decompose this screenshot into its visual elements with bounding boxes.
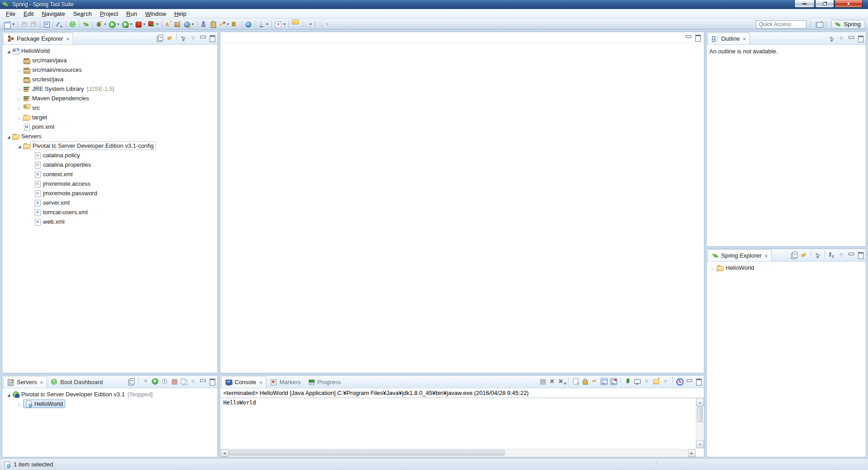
expander-icon[interactable] (5, 47, 12, 54)
tab-spring-explorer[interactable]: Spring Explorer × (708, 249, 772, 261)
task-list-button[interactable] (42, 19, 51, 29)
menu-file[interactable]: File (2, 9, 19, 18)
stop-server-icon[interactable] (170, 378, 178, 385)
toggle-mark-occurrences-button[interactable] (55, 19, 64, 29)
menu-help[interactable]: Help (170, 9, 190, 18)
coverage-button[interactable]: +▼ (121, 19, 134, 29)
window-close-button[interactable]: x (835, 0, 863, 8)
tree-item-src-main-resources[interactable]: src/main/resources (2, 65, 217, 75)
minimize-view-icon[interactable] (199, 34, 206, 42)
collapse-all-icon[interactable] (156, 34, 164, 42)
view-menu-icon[interactable] (828, 35, 835, 42)
word-wrap-icon[interactable] (591, 378, 598, 385)
expander-icon[interactable] (16, 104, 23, 111)
menu-navigate[interactable]: Navigate (38, 9, 69, 18)
start-profiling-icon[interactable] (161, 378, 168, 385)
console-horizontal-scrollbar[interactable]: ◀ ▶ (221, 449, 696, 456)
start-server-icon[interactable] (151, 378, 159, 385)
expander-icon[interactable] (5, 133, 12, 140)
tree-item-spring-helloworld[interactable]: HelloWorld (707, 263, 866, 273)
link-with-editor-icon[interactable] (800, 251, 807, 258)
open-console-icon[interactable] (652, 378, 660, 385)
show-stderr-toggle[interactable] (610, 378, 617, 385)
stop-button[interactable]: ▼ (134, 19, 147, 29)
debug-button[interactable]: ▼ (94, 19, 108, 29)
save-all-button[interactable] (29, 19, 38, 29)
tree-item-catalina-policy[interactable]: catalina.policy (2, 150, 217, 160)
tree-item-server-xml[interactable]: server.xml (2, 198, 217, 207)
maximize-view-icon[interactable] (857, 251, 864, 258)
clipboard-button[interactable] (208, 19, 217, 29)
tree-item-jmxremote-password[interactable]: jmxremote.password (2, 188, 217, 198)
relaunch-button[interactable]: ▼ (147, 19, 160, 29)
chevron-down-icon[interactable] (643, 378, 650, 385)
expander-icon[interactable] (16, 66, 23, 73)
tree-item-jre-system-library[interactable]: JRE System Library [J2SE-1.5] (2, 84, 217, 94)
close-tab-icon[interactable]: × (259, 380, 262, 385)
menu-project[interactable]: Project (96, 9, 122, 18)
open-web-browser-button[interactable] (244, 19, 253, 29)
chevron-down-icon[interactable] (838, 251, 845, 258)
scrollbar-thumb[interactable] (697, 407, 703, 422)
sort-alphabetically-icon[interactable]: ↓z (828, 251, 835, 258)
minimize-view-icon[interactable] (847, 35, 854, 42)
scroll-left-icon[interactable]: ◀ (221, 449, 228, 457)
minimize-view-icon[interactable] (199, 378, 206, 385)
show-stdout-toggle[interactable] (600, 378, 608, 385)
tab-package-explorer[interactable]: Package Explorer × (3, 33, 73, 44)
remove-all-terminated-icon[interactable] (558, 378, 565, 385)
tree-item-jmxremote-access[interactable]: jmxremote.access (2, 179, 217, 188)
scroll-down-icon[interactable]: ▼ (696, 441, 704, 448)
window-minimize-button[interactable] (794, 0, 815, 8)
format-button[interactable]: ▼ (217, 19, 231, 29)
tab-progress[interactable]: Progress (304, 376, 344, 388)
close-tab-icon[interactable]: × (40, 380, 43, 385)
menu-edit[interactable]: Edit (19, 9, 38, 18)
new-folder-button[interactable] (291, 19, 300, 29)
tree-item-context-xml[interactable]: context.xml (2, 169, 217, 179)
scrollbar-thumb[interactable] (229, 450, 505, 456)
back-button[interactable]: ←▼ (300, 19, 313, 29)
expander-icon[interactable] (16, 85, 23, 92)
new-wizard-button[interactable]: ▼ (3, 19, 16, 29)
tab-servers[interactable]: Servers × (3, 376, 47, 388)
new-java-type-button[interactable] (164, 19, 173, 29)
remove-launch-icon[interactable] (548, 378, 556, 385)
expander-icon[interactable] (5, 391, 12, 398)
maximize-view-icon[interactable] (694, 34, 701, 41)
expander-icon[interactable] (16, 142, 23, 149)
close-tab-icon[interactable]: × (66, 36, 69, 42)
tree-item-src-test-java[interactable]: src/test/java (2, 75, 217, 84)
import-archive-button[interactable] (231, 19, 240, 29)
tree-item-src-main-java[interactable]: src/main/java (2, 56, 217, 65)
tree-item-web-xml[interactable]: web.xml (2, 217, 217, 226)
tree-item-maven-dependencies[interactable]: Maven Dependencies (2, 94, 217, 103)
window-restore-button[interactable] (815, 0, 834, 8)
view-menu-icon[interactable] (814, 251, 821, 258)
chevron-down-icon[interactable] (189, 34, 197, 42)
console-vertical-scrollbar[interactable]: ▲ ▼ (696, 399, 703, 448)
tree-item-catalina-properties[interactable]: catalina.properties (2, 160, 217, 169)
minimize-view-icon[interactable] (847, 251, 854, 258)
expander-icon[interactable] (16, 400, 23, 407)
tab-console[interactable]: Console × (221, 376, 266, 388)
collapse-all-icon[interactable] (791, 251, 798, 258)
save-button[interactable] (20, 19, 29, 29)
menu-run[interactable]: Run (122, 9, 141, 18)
new-package-button[interactable] (173, 19, 182, 29)
maximize-view-icon[interactable] (208, 378, 216, 385)
view-menu-icon[interactable] (180, 34, 187, 42)
display-selected-console-icon[interactable] (633, 378, 641, 385)
tree-item-tomcat-users-xml[interactable]: tomcat-users.xml (2, 207, 217, 217)
expander-icon[interactable] (16, 114, 23, 121)
quick-access-input[interactable] (756, 20, 807, 28)
tree-item-servers[interactable]: Servers (2, 132, 217, 141)
spring-perspective-button[interactable]: Spring (831, 20, 865, 29)
tree-item-pivotal-server[interactable]: Pivotal tc Server Developer Edition v3.1… (2, 390, 217, 399)
collapse-all-icon[interactable] (128, 378, 135, 385)
xsl-button[interactable]: ▼ (274, 19, 287, 29)
maximize-view-icon[interactable] (208, 34, 216, 42)
spring-boot-button[interactable] (68, 19, 77, 29)
close-tab-icon[interactable]: × (765, 253, 768, 258)
pin-console-icon[interactable] (624, 378, 631, 385)
